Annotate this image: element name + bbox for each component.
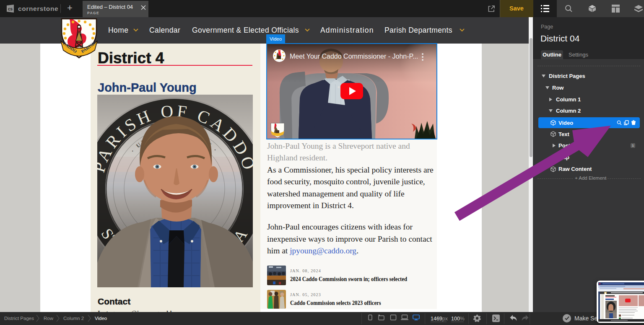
svg-text:Meet Your Caddo Commissioner -: Meet Your Caddo Commissioner - John-P... [290,53,418,60]
svg-text:1838: 1838 [76,45,83,48]
svg-text:cs: cs [8,7,13,11]
